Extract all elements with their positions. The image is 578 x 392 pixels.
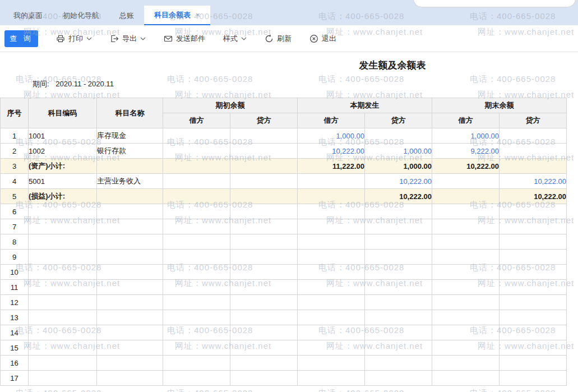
cell-open-credit[interactable] <box>230 340 298 356</box>
cell-end-credit[interactable] <box>500 325 567 340</box>
cell-end-debit[interactable] <box>432 219 500 234</box>
cell-open-credit[interactable] <box>230 174 298 189</box>
cell-end-debit[interactable] <box>432 340 500 356</box>
cell-cur-debit[interactable] <box>298 174 365 189</box>
table-row[interactable]: 11001库存现金1,000.001,000.00 <box>1 128 567 144</box>
cell-open-credit[interactable] <box>230 265 298 280</box>
cell-cur-debit[interactable] <box>298 189 365 204</box>
cell-end-debit[interactable] <box>432 371 500 386</box>
cell-open-credit[interactable] <box>230 159 298 174</box>
cell-end-credit[interactable]: 10,222.00 <box>500 174 567 189</box>
cell-end-debit[interactable] <box>432 310 500 325</box>
cell-cur-debit[interactable] <box>298 310 365 325</box>
cell-open-debit[interactable] <box>163 356 230 371</box>
cell-seq[interactable]: 10 <box>1 265 29 280</box>
cell-name[interactable] <box>97 295 163 310</box>
table-row[interactable]: 13 <box>1 310 567 325</box>
cell-cur-credit[interactable] <box>365 128 432 144</box>
cell-seq[interactable]: 5 <box>1 189 29 204</box>
cell-code[interactable]: 5001 <box>29 174 97 189</box>
cell-open-debit[interactable] <box>163 250 230 265</box>
cell-end-credit[interactable] <box>500 128 567 144</box>
cell-end-debit[interactable] <box>432 174 500 189</box>
cell-open-debit[interactable] <box>163 144 230 159</box>
cell-open-debit[interactable] <box>163 159 230 174</box>
cell-seq[interactable]: 4 <box>1 174 29 189</box>
cell-cur-credit[interactable]: 1,000.00 <box>365 159 432 174</box>
cell-open-credit[interactable] <box>230 295 298 310</box>
cell-end-debit[interactable] <box>432 325 500 340</box>
cell-end-credit[interactable] <box>500 159 567 174</box>
cell-name[interactable] <box>97 325 163 340</box>
cell-open-credit[interactable] <box>230 128 298 144</box>
cell-open-credit[interactable] <box>230 371 298 386</box>
cell-seq[interactable]: 15 <box>1 340 29 356</box>
cell-name[interactable] <box>97 356 163 371</box>
subtotal-row[interactable]: 5(损益)小计:10,222.0010,222.00 <box>1 189 567 204</box>
cell-open-debit[interactable] <box>163 219 230 234</box>
cell-cur-debit[interactable] <box>298 325 365 340</box>
cell-cur-credit[interactable]: 10,222.00 <box>365 189 432 204</box>
cell-end-credit[interactable] <box>500 234 567 250</box>
cell-code[interactable] <box>29 280 97 295</box>
cell-seq[interactable]: 13 <box>1 310 29 325</box>
cell-code[interactable]: (损益)小计: <box>29 189 97 204</box>
cell-end-credit[interactable] <box>500 310 567 325</box>
cell-name[interactable] <box>97 204 163 219</box>
cell-code[interactable]: (资产)小计: <box>29 159 97 174</box>
cell-cur-credit[interactable] <box>365 280 432 295</box>
cell-cur-credit[interactable]: 1,000.00 <box>365 144 432 159</box>
cell-end-debit[interactable]: 10,222.00 <box>432 159 500 174</box>
cell-cur-credit[interactable] <box>365 234 432 250</box>
table-row[interactable]: 21002银行存款10,222.001,000.009,222.00 <box>1 144 567 159</box>
cell-name[interactable] <box>97 250 163 265</box>
cell-seq[interactable]: 9 <box>1 250 29 265</box>
exit-button[interactable]: 退出 <box>309 34 336 44</box>
cell-end-debit[interactable] <box>432 295 500 310</box>
tab-account-balance[interactable]: 科目余额表 × <box>144 6 210 25</box>
cell-cur-credit[interactable] <box>365 295 432 310</box>
cell-open-credit[interactable] <box>230 250 298 265</box>
cell-cur-debit[interactable]: 11,222.00 <box>298 159 365 174</box>
cell-end-debit[interactable] <box>432 265 500 280</box>
table-row[interactable]: 9 <box>1 250 567 265</box>
cell-seq[interactable]: 1 <box>1 128 29 144</box>
cell-end-credit[interactable] <box>500 219 567 234</box>
cell-open-debit[interactable] <box>163 295 230 310</box>
cell-end-debit[interactable]: 9,222.00 <box>432 144 500 159</box>
cell-open-debit[interactable] <box>163 371 230 386</box>
cell-seq[interactable]: 6 <box>1 204 29 219</box>
cell-open-debit[interactable] <box>163 174 230 189</box>
cell-cur-credit[interactable] <box>365 371 432 386</box>
table-row[interactable]: 16 <box>1 356 567 371</box>
cell-cur-credit[interactable]: 10,222.00 <box>365 174 432 189</box>
cell-seq[interactable]: 14 <box>1 325 29 340</box>
cell-name[interactable] <box>97 340 163 356</box>
cell-seq[interactable]: 2 <box>1 144 29 159</box>
style-button[interactable]: 样式 <box>223 34 247 44</box>
cell-open-credit[interactable] <box>230 310 298 325</box>
query-button[interactable]: 查 询 <box>4 30 38 47</box>
cell-seq[interactable]: 12 <box>1 295 29 310</box>
cell-cur-debit[interactable] <box>298 234 365 250</box>
cell-code[interactable]: 1001 <box>29 128 97 144</box>
cell-open-debit[interactable] <box>163 234 230 250</box>
table-row[interactable]: 11 <box>1 280 567 295</box>
cell-code[interactable] <box>29 310 97 325</box>
cell-cur-debit[interactable] <box>298 280 365 295</box>
cell-name[interactable]: 银行存款 <box>97 144 163 159</box>
cell-code[interactable] <box>29 204 97 219</box>
cell-seq[interactable]: 11 <box>1 280 29 295</box>
cell-name[interactable] <box>97 310 163 325</box>
cell-cur-credit[interactable] <box>365 340 432 356</box>
cell-code[interactable] <box>29 325 97 340</box>
cell-open-debit[interactable] <box>163 189 230 204</box>
cell-cur-credit[interactable] <box>365 265 432 280</box>
cell-name[interactable]: 主营业务收入 <box>97 174 163 189</box>
cell-open-debit[interactable] <box>163 265 230 280</box>
cell-cur-debit[interactable]: 10,222.00 <box>298 144 365 159</box>
cell-open-debit[interactable] <box>163 280 230 295</box>
cell-name[interactable] <box>97 219 163 234</box>
table-row[interactable]: 45001主营业务收入10,222.0010,222.00 <box>1 174 567 189</box>
cell-cur-credit[interactable] <box>365 204 432 219</box>
